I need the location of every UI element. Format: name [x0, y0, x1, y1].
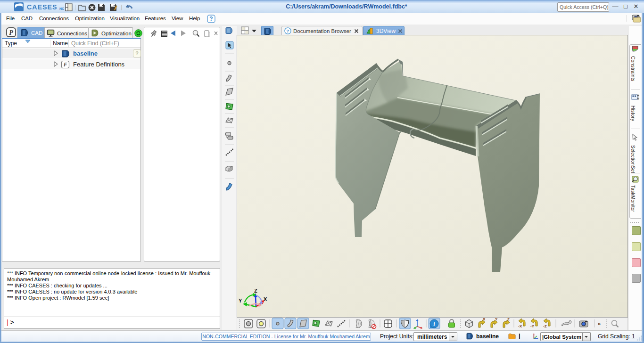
svg-text:F: F: [64, 62, 67, 67]
svg-text:-Z: -Z: [543, 324, 547, 328]
svg-text:?: ?: [209, 16, 213, 22]
svg-text:Y: Y: [239, 298, 242, 303]
svg-text:X: X: [264, 296, 267, 302]
svg-text:Z: Z: [507, 318, 510, 321]
svg-text:-Y: -Y: [530, 324, 535, 328]
svg-text:Y: Y: [495, 318, 498, 321]
svg-text:?: ?: [287, 28, 289, 33]
svg-text:X: X: [483, 318, 486, 321]
svg-text:P: P: [9, 29, 13, 36]
svg-text:-X: -X: [518, 324, 522, 328]
svg-text:»: »: [598, 321, 601, 327]
svg-text:Z: Z: [254, 288, 257, 294]
